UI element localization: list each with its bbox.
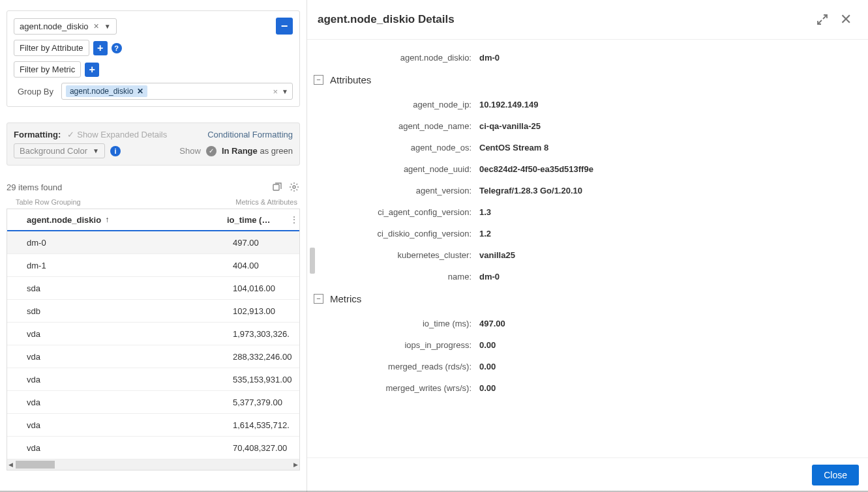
table-row[interactable]: sdb102,913.00: [7, 300, 299, 323]
close-icon[interactable]: ✕: [834, 8, 858, 31]
entity-key: agent.node_diskio:: [314, 53, 479, 63]
horizontal-scrollbar[interactable]: ◀ ▶: [7, 459, 299, 470]
panel-resize-handle[interactable]: [310, 248, 315, 274]
close-button[interactable]: Close: [812, 465, 859, 485]
sort-asc-icon: ↑: [105, 215, 109, 224]
attribute-key: agent_node_os:: [314, 143, 479, 152]
check-icon: ✓: [67, 130, 74, 139]
metric-key: merged_reads (rds/s):: [314, 362, 479, 371]
row-name: vda: [7, 375, 233, 384]
row-iotime: 497.00: [233, 238, 299, 248]
results-table: agent.node_diskio ↑ io_time (… ⋮ dm-0497…: [7, 209, 300, 470]
row-iotime: 102,913.00: [233, 306, 299, 316]
metrics-section-title: Metrics: [330, 293, 361, 304]
attribute-value: 10.192.149.149: [479, 100, 855, 109]
group-by-token-text: agent.node_diskio: [70, 87, 133, 96]
row-name: sda: [7, 283, 233, 293]
row-iotime: 1,973,303,326.: [233, 329, 299, 339]
attribute-key: agent_node_ip:: [314, 100, 479, 109]
attribute-key: agent_node_uuid:: [314, 164, 479, 174]
attribute-value: Telegraf/1.28.3 Go/1.20.10: [479, 186, 855, 195]
metrics-header: Metrics & Attributes: [235, 198, 300, 206]
attribute-key: name:: [314, 272, 479, 282]
results-count: 29 items found: [7, 182, 266, 192]
table-row[interactable]: vda1,614,535,712.: [7, 414, 299, 437]
attribute-value: 1.2: [479, 229, 855, 239]
table-row[interactable]: sda104,016.00: [7, 277, 299, 300]
row-name: vda: [7, 420, 233, 430]
chevron-down-icon[interactable]: ▼: [282, 88, 288, 95]
row-iotime: 404.00: [233, 261, 299, 270]
collapse-metrics-icon[interactable]: −: [314, 294, 323, 304]
attribute-value: 0ec824d2-4f50-ea35d513ff9e: [479, 164, 855, 174]
metric-value: 0.00: [479, 362, 855, 371]
attribute-value: vanilla25: [479, 250, 855, 260]
details-panel: agent.node_diskio Details ✕ agent.node_d…: [307, 0, 868, 492]
metric-key: iops_in_progress:: [314, 340, 479, 350]
formatting-panel: Formatting: ✓ Show Expanded Details Cond…: [7, 123, 300, 166]
export-icon[interactable]: [271, 181, 283, 193]
group-by-input[interactable]: agent.node_diskio ✕ × ▼: [61, 83, 293, 100]
collapse-attributes-icon[interactable]: −: [314, 75, 323, 85]
table-row[interactable]: dm-1404.00: [7, 254, 299, 277]
group-by-token[interactable]: agent.node_diskio ✕: [66, 85, 147, 97]
row-iotime: 1,614,535,712.: [233, 420, 299, 430]
column-menu-icon[interactable]: ⋮: [289, 214, 299, 225]
remove-filter-button[interactable]: −: [276, 18, 293, 35]
background-color-select[interactable]: Background Color ▼: [14, 143, 105, 158]
table-row[interactable]: dm-0497.00: [7, 231, 299, 254]
row-name: vda: [7, 329, 233, 339]
row-name: dm-1: [7, 261, 233, 270]
attribute-value: 1.3: [479, 207, 855, 217]
scroll-right-icon[interactable]: ▶: [293, 461, 298, 468]
in-range-phrase: In Range as green: [222, 146, 293, 156]
remove-token-icon[interactable]: ✕: [137, 87, 143, 96]
table-row[interactable]: vda70,408,327.00: [7, 437, 299, 459]
row-name: vda: [7, 398, 233, 407]
svg-point-1: [293, 186, 295, 188]
entity-label: agent.node_diskio: [20, 22, 89, 31]
add-attribute-button[interactable]: +: [93, 41, 108, 55]
metric-key: io_time (ms):: [314, 319, 479, 328]
column-header-iotime[interactable]: io_time (…: [227, 215, 289, 225]
group-by-label: Group By: [14, 84, 57, 99]
info-icon[interactable]: i: [110, 146, 121, 156]
formatting-title: Formatting:: [14, 130, 61, 139]
row-iotime: 70,408,327.00: [233, 443, 299, 453]
help-icon[interactable]: ?: [112, 43, 122, 53]
attribute-value: dm-0: [479, 272, 855, 282]
table-row[interactable]: vda5,377,379.00: [7, 391, 299, 414]
chevron-down-icon[interactable]: ▼: [104, 23, 111, 30]
expand-icon[interactable]: [811, 8, 834, 31]
metric-value: 497.00: [479, 319, 855, 328]
row-iotime: 5,377,379.00: [233, 398, 299, 407]
scroll-left-icon[interactable]: ◀: [8, 461, 13, 468]
show-expanded-toggle[interactable]: ✓ Show Expanded Details: [67, 130, 167, 139]
gear-icon[interactable]: [288, 181, 300, 193]
table-row[interactable]: vda288,332,246.00: [7, 345, 299, 368]
table-row[interactable]: vda1,973,303,326.: [7, 323, 299, 345]
chevron-down-icon: ▼: [93, 147, 99, 154]
add-metric-button[interactable]: +: [85, 63, 99, 77]
metric-value: 0.00: [479, 383, 855, 393]
attribute-key: ci_diskio_config_version:: [314, 229, 479, 239]
filter-metric-label: Filter by Metric: [14, 61, 81, 78]
filter-attribute-label: Filter by Attribute: [14, 40, 89, 56]
attribute-key: agent_version:: [314, 186, 479, 195]
check-circle-icon[interactable]: ✓: [206, 146, 217, 156]
attribute-value: ci-qa-vanilla-25: [479, 121, 855, 131]
conditional-formatting-link[interactable]: Conditional Formatting: [207, 130, 293, 139]
row-iotime: 104,016.00: [233, 283, 299, 293]
row-iotime: 288,332,246.00: [233, 352, 299, 362]
attribute-key: agent_node_name:: [314, 121, 479, 131]
clear-groupby-icon[interactable]: ×: [273, 87, 278, 96]
metric-key: merged_writes (wrs/s):: [314, 383, 479, 393]
entity-val: dm-0: [479, 53, 855, 63]
clear-entity-icon[interactable]: ×: [94, 22, 99, 31]
entity-selector[interactable]: agent.node_diskio × ▼: [14, 18, 117, 35]
column-header-name[interactable]: agent.node_diskio ↑: [7, 215, 227, 225]
table-grouping-header: Table Row Grouping: [7, 198, 235, 206]
attributes-section-title: Attributes: [330, 74, 371, 85]
table-row[interactable]: vda535,153,931.00: [7, 368, 299, 391]
details-title: agent.node_diskio Details: [318, 13, 811, 26]
